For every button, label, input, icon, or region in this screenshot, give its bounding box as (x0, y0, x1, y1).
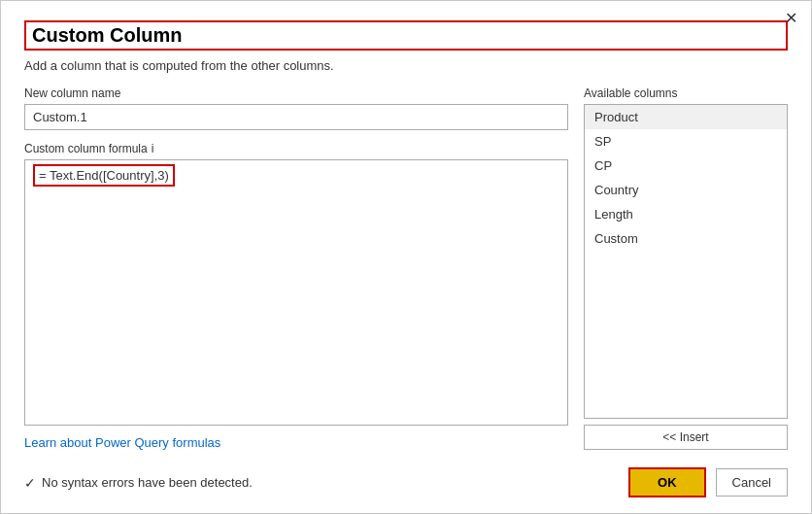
button-area: OK Cancel (628, 467, 788, 497)
right-panel: Available columns Product SP CP Country … (584, 86, 788, 450)
custom-column-dialog: ✕ Custom Column Add a column that is com… (0, 0, 812, 514)
column-item-custom[interactable]: Custom (585, 226, 787, 251)
dialog-subtitle: Add a column that is computed from the o… (24, 58, 788, 73)
formula-area-wrapper: = Text.End([Country],3) (24, 159, 568, 426)
formula-label: Custom column formula i (24, 142, 568, 155)
available-columns-label: Available columns (584, 86, 788, 100)
status-area: ✓ No syntax errors have been detected. (24, 475, 253, 491)
left-panel: New column name Custom column formula i … (24, 86, 568, 450)
dialog-title: Custom Column (24, 20, 788, 51)
ok-button[interactable]: OK (628, 467, 706, 497)
cancel-button[interactable]: Cancel (716, 468, 788, 497)
footer: ✓ No syntax errors have been detected. O… (24, 460, 788, 497)
status-text: No syntax errors have been detected. (42, 475, 253, 490)
column-name-label: New column name (24, 86, 568, 100)
column-name-input[interactable] (24, 104, 568, 130)
column-item-product[interactable]: Product (585, 105, 787, 129)
column-item-length[interactable]: Length (585, 202, 787, 226)
column-item-sp[interactable]: SP (585, 129, 787, 154)
column-item-country[interactable]: Country (585, 178, 787, 202)
learn-link[interactable]: Learn about Power Query formulas (24, 435, 568, 450)
info-icon[interactable]: i (152, 142, 154, 155)
columns-list: Product SP CP Country Length Custom (584, 104, 788, 419)
formula-textarea-container: = Text.End([Country],3) (24, 159, 568, 426)
column-item-cp[interactable]: CP (585, 154, 787, 178)
content-area: New column name Custom column formula i … (24, 86, 788, 450)
formula-textarea[interactable] (25, 160, 567, 425)
checkmark-icon: ✓ (24, 475, 36, 491)
formula-label-text: Custom column formula (24, 142, 148, 155)
insert-button[interactable]: << Insert (584, 425, 788, 450)
close-button[interactable]: ✕ (785, 11, 797, 26)
